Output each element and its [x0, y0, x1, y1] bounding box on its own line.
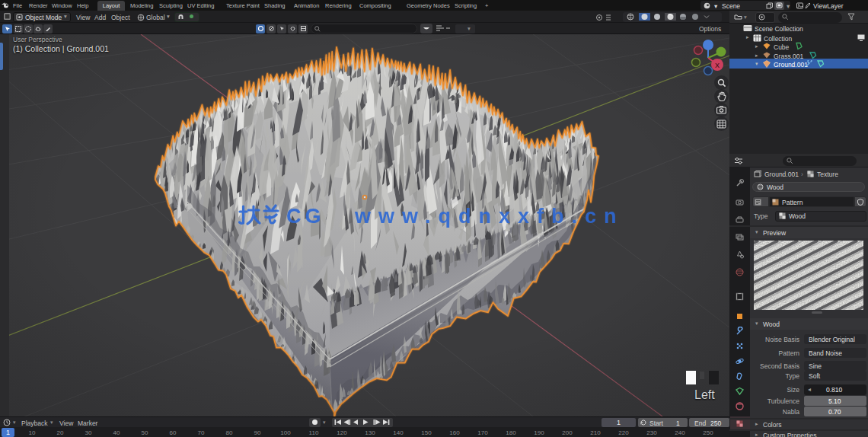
svg-text:CG: CG — [286, 205, 325, 228]
svg-text:X: X — [715, 62, 720, 69]
